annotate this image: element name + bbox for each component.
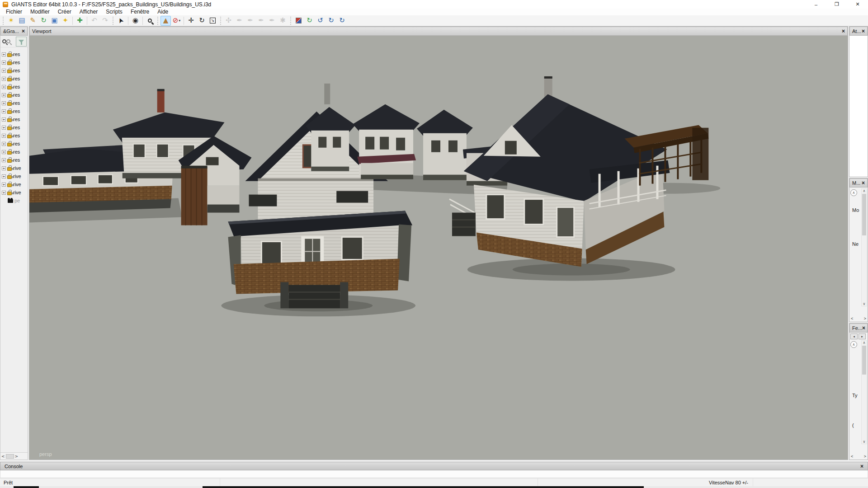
scenegraph-hscrollbar[interactable]: < > [0, 452, 28, 460]
scroll-left-icon[interactable]: < [1, 454, 5, 459]
collapse-icon[interactable]: ∧ [850, 189, 857, 196]
rotate-tool-icon[interactable]: ↻ [197, 16, 207, 26]
scroll-right-icon[interactable]: > [864, 454, 866, 459]
zoom-tool-icon[interactable] [145, 16, 155, 26]
scenegraph-node-rive[interactable]: +rive [0, 180, 28, 188]
scenegraph-node-res[interactable]: +res [0, 58, 28, 66]
scenegraph-node-res[interactable]: +res [0, 99, 28, 107]
menu-modifier[interactable]: Modifier [26, 9, 54, 15]
menu-creer[interactable]: Créer [54, 9, 75, 15]
expand-icon[interactable]: + [2, 109, 6, 113]
console-output[interactable] [0, 470, 868, 478]
material-close-icon[interactable]: × [862, 180, 865, 186]
material-vscrollbar[interactable]: ∧ ∨ [861, 188, 867, 306]
scenegraph-node-pe[interactable]: pe [0, 197, 28, 205]
scenegraph-node-res[interactable]: +res [0, 91, 28, 99]
scroll-right-icon[interactable]: > [864, 316, 866, 321]
scenegraph-close-icon[interactable]: × [22, 28, 25, 34]
window-tools-hscrollbar[interactable]: < > [851, 454, 866, 459]
edit-file-icon[interactable]: ✎ [28, 16, 38, 26]
expand-icon[interactable]: + [2, 191, 6, 195]
expand-icon[interactable]: + [2, 183, 6, 187]
menu-afficher[interactable]: Afficher [75, 9, 102, 15]
scenegraph-node-res[interactable]: +res [0, 66, 28, 75]
console-close-icon[interactable]: × [860, 464, 863, 469]
refresh-icon[interactable]: ↻ [304, 16, 315, 26]
menu-fenetre[interactable]: Fenêtre [127, 9, 153, 15]
expand-icon[interactable]: + [2, 77, 6, 81]
scroll-left-icon[interactable]: < [851, 316, 853, 321]
scale-tool-icon[interactable]: ↘ [208, 16, 218, 26]
expand-icon[interactable]: + [2, 52, 6, 56]
scenegraph-node-res[interactable]: +res [0, 107, 28, 115]
reload-resources-icon[interactable]: ↻ [337, 16, 347, 26]
filter-button[interactable] [16, 37, 27, 47]
scroll-down-icon[interactable]: ∨ [863, 440, 866, 444]
scenegraph-node-res[interactable]: +res [0, 131, 28, 140]
export-icon[interactable]: ✦ [60, 16, 71, 26]
expand-icon[interactable]: + [2, 69, 6, 73]
scroll-thumb[interactable] [862, 346, 866, 375]
expand-icon[interactable]: + [2, 93, 6, 97]
dropdown-arrow-icon[interactable]: ▾ [179, 19, 180, 23]
material-hscrollbar[interactable]: < > [851, 316, 866, 321]
scenegraph-node-rive[interactable]: +rive [0, 172, 28, 180]
scenegraph-node-res[interactable]: +res [0, 83, 28, 91]
scenegraph-node-res[interactable]: +res [0, 156, 28, 164]
import-add-icon[interactable]: ✚ [75, 16, 85, 26]
select-tool-icon[interactable]: ➤ [116, 16, 126, 26]
expand-icon[interactable]: + [2, 174, 6, 178]
paint-off-icon[interactable]: ⊘▾ [171, 16, 182, 26]
open-file-icon[interactable]: ▤ [17, 16, 27, 26]
close-button[interactable]: ✕ [847, 0, 868, 9]
world-orbit-icon[interactable]: ↺ [315, 16, 326, 26]
collapse-icon[interactable]: ∧ [850, 341, 857, 348]
tab-left-icon[interactable]: ◂ [850, 333, 858, 339]
visibility-tool-icon[interactable]: ◉ [130, 16, 141, 26]
viewport-canvas[interactable]: persp [29, 36, 848, 460]
scenegraph-node-res[interactable]: +res [0, 140, 28, 148]
minimize-button[interactable]: – [806, 0, 826, 9]
translate-tool-icon[interactable]: ✛ [186, 16, 196, 26]
viewport-close-icon[interactable]: × [842, 28, 845, 34]
tab-right-icon[interactable]: ▸ [859, 333, 866, 339]
scroll-down-icon[interactable]: ∨ [863, 302, 866, 306]
menu-fichier[interactable]: Fichier [2, 9, 26, 15]
new-file-icon[interactable]: ✶ [6, 16, 16, 26]
restore-button[interactable]: ❐ [826, 0, 847, 9]
scroll-thumb[interactable] [6, 454, 14, 459]
scenegraph-node-res[interactable]: +res [0, 148, 28, 156]
menu-aide[interactable]: Aide [153, 9, 172, 15]
expand-icon[interactable]: + [2, 150, 6, 154]
scroll-thumb[interactable] [862, 194, 866, 235]
world-rotate-icon[interactable]: ↻ [326, 16, 336, 26]
terrain-tool-icon[interactable]: ▲ [160, 16, 171, 26]
shade-mode-cube-icon[interactable] [293, 16, 304, 26]
search-icon[interactable] [2, 39, 6, 43]
expand-icon[interactable]: + [2, 134, 6, 138]
expand-icon[interactable]: + [2, 85, 6, 89]
expand-icon[interactable]: + [2, 61, 6, 65]
scroll-up-icon[interactable]: ∧ [863, 189, 866, 193]
window-tools-close-icon[interactable]: × [862, 325, 865, 331]
expand-icon[interactable]: + [2, 166, 6, 170]
menu-scripts[interactable]: Scripts [102, 9, 127, 15]
scroll-left-icon[interactable]: < [851, 454, 853, 459]
scenegraph-node-res[interactable]: +res [0, 115, 28, 123]
scenegraph-node-res[interactable]: +res [0, 50, 28, 58]
expand-icon[interactable]: + [2, 126, 6, 130]
attributes-close-icon[interactable]: × [862, 28, 865, 34]
save-icon[interactable]: ▣ [49, 16, 60, 26]
scenegraph-node-res[interactable]: +res [0, 123, 28, 131]
scenegraph-node-rive[interactable]: +rive [0, 164, 28, 172]
search-secondary-icon[interactable] [6, 39, 10, 43]
reload-file-icon[interactable]: ↻ [38, 16, 49, 26]
scroll-up-icon[interactable]: ∧ [863, 341, 866, 345]
window-tools-vscrollbar[interactable]: ∧ ∨ [861, 340, 867, 444]
expand-icon[interactable]: + [2, 142, 6, 146]
scenegraph-node-res[interactable]: +res [0, 75, 28, 83]
expand-icon[interactable]: + [2, 101, 6, 105]
scenegraph-node-rive[interactable]: +rive [0, 188, 28, 197]
expand-icon[interactable]: + [2, 117, 6, 122]
expand-icon[interactable]: + [2, 158, 6, 162]
